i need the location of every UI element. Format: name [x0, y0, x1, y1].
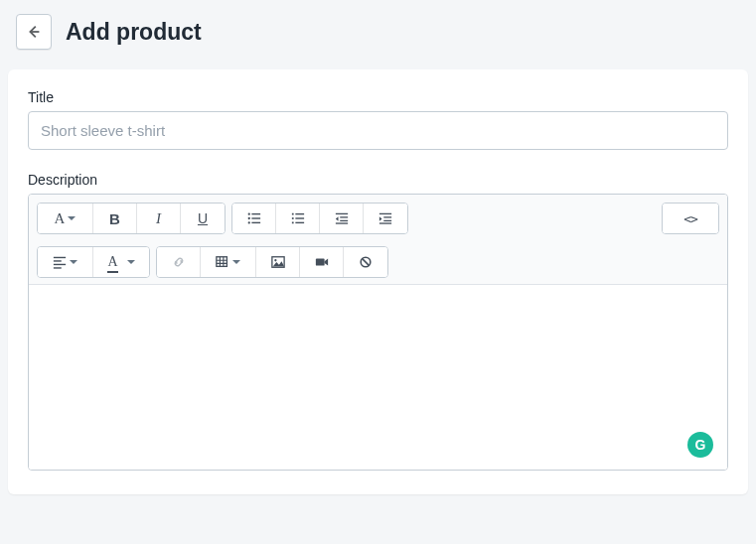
table-button[interactable] — [201, 247, 256, 277]
insert-group — [156, 246, 388, 278]
svg-rect-13 — [340, 216, 348, 217]
svg-rect-5 — [251, 222, 260, 223]
svg-point-30 — [274, 259, 276, 261]
svg-rect-6 — [291, 213, 293, 215]
svg-point-2 — [247, 217, 249, 219]
description-label: Description — [28, 172, 728, 188]
title-input[interactable] — [28, 111, 728, 150]
back-button[interactable] — [16, 14, 52, 50]
numbered-list-button[interactable] — [276, 204, 320, 233]
link-button[interactable] — [157, 247, 201, 277]
underline-button[interactable]: U — [181, 204, 225, 233]
title-field: Title — [28, 89, 728, 150]
video-icon — [315, 255, 329, 269]
svg-rect-16 — [379, 213, 391, 214]
product-card: Title Description A B — [8, 69, 748, 494]
link-icon — [172, 255, 186, 269]
svg-rect-9 — [295, 217, 304, 218]
paragraph-style-button[interactable]: A — [38, 204, 93, 233]
description-field: Description A B I — [28, 172, 728, 471]
page-header: Add product — [0, 0, 756, 69]
svg-rect-8 — [291, 217, 293, 219]
svg-line-33 — [363, 259, 370, 266]
svg-rect-10 — [291, 222, 293, 224]
description-textarea[interactable]: G — [29, 285, 727, 470]
svg-rect-18 — [383, 220, 391, 221]
svg-rect-31 — [315, 259, 324, 266]
svg-rect-24 — [217, 257, 227, 267]
video-button[interactable] — [300, 247, 344, 277]
bullet-list-icon — [247, 211, 261, 225]
indent-button[interactable] — [364, 204, 407, 233]
svg-rect-15 — [335, 222, 347, 223]
svg-rect-14 — [340, 220, 348, 221]
ban-icon — [359, 255, 373, 269]
align-left-icon — [53, 255, 67, 269]
numbered-list-icon — [291, 211, 305, 225]
svg-rect-1 — [251, 213, 260, 214]
svg-rect-17 — [383, 216, 391, 217]
title-label: Title — [28, 89, 728, 105]
list-group — [231, 203, 408, 234]
image-button[interactable] — [256, 247, 300, 277]
outdent-button[interactable] — [320, 204, 364, 233]
svg-point-4 — [247, 221, 249, 223]
table-icon — [216, 255, 229, 269]
text-color-button[interactable]: A — [93, 247, 149, 277]
svg-rect-22 — [54, 264, 66, 265]
image-icon — [271, 255, 285, 269]
view-group: <> — [662, 203, 719, 234]
caret-down-icon — [70, 260, 77, 264]
align-group: A — [37, 246, 150, 278]
format-group: A B I U — [37, 203, 226, 234]
code-view-button[interactable]: <> — [663, 204, 718, 233]
svg-point-0 — [247, 212, 249, 214]
bold-button[interactable]: B — [93, 204, 137, 233]
svg-rect-20 — [54, 257, 66, 258]
arrow-left-icon — [25, 23, 43, 41]
svg-rect-12 — [335, 213, 347, 214]
rich-text-editor: A B I U — [28, 194, 728, 471]
svg-rect-11 — [295, 222, 304, 223]
italic-button[interactable]: I — [137, 204, 181, 233]
svg-rect-3 — [251, 217, 260, 218]
clear-formatting-button[interactable] — [344, 247, 387, 277]
caret-down-icon — [127, 260, 135, 264]
caret-down-icon — [232, 260, 240, 264]
grammarly-icon[interactable]: G — [687, 432, 713, 458]
indent-icon — [378, 211, 392, 225]
caret-down-icon — [68, 216, 76, 220]
svg-rect-7 — [295, 213, 304, 214]
svg-rect-19 — [379, 222, 391, 223]
editor-toolbar: A B I U — [29, 195, 727, 285]
svg-rect-21 — [54, 260, 62, 261]
align-button[interactable] — [38, 247, 93, 277]
bullet-list-button[interactable] — [232, 204, 276, 233]
svg-rect-23 — [54, 267, 62, 268]
outdent-icon — [335, 211, 349, 225]
page-title: Add product — [66, 19, 202, 46]
